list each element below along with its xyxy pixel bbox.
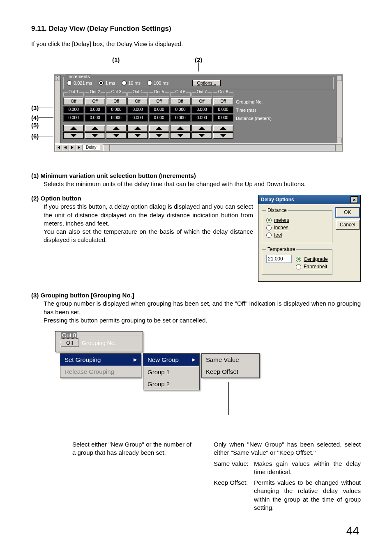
distance-value-7: 0.000 [191, 114, 212, 122]
menu-same-value[interactable]: Same Value [202, 354, 259, 366]
svg-marker-1 [70, 134, 77, 137]
distance-value-5: 0.000 [149, 114, 169, 122]
delay-up-1[interactable] [63, 125, 84, 131]
time-value-5: 0.000 [149, 106, 169, 113]
grouping-button-6[interactable]: Off [170, 98, 191, 105]
delay-up-2[interactable] [85, 125, 105, 131]
out-label-7: Out 7 [196, 90, 208, 94]
kv-key-0: Same Value: [214, 460, 251, 477]
callout-1: (1) [112, 56, 120, 63]
grouping-button-4[interactable]: Off [127, 98, 148, 105]
out-label-4: Out 4 [132, 90, 143, 94]
tab-nav-first[interactable] [55, 144, 62, 151]
tab-nav-prev[interactable] [62, 144, 69, 151]
delay-up-7[interactable] [191, 125, 212, 131]
grouping-button-1[interactable]: Off [63, 98, 84, 105]
context-menu-2: New Group ▶ Group 1 Group 2 [143, 353, 200, 390]
distance-option-feet[interactable]: feet [266, 232, 328, 238]
delay-down-6[interactable] [170, 132, 191, 139]
item1-heading: (1) Minimum variation unit selection but… [31, 172, 361, 179]
delay-up-5[interactable] [149, 125, 169, 131]
menu-keep-offset[interactable]: Keep Offset [202, 366, 259, 378]
item3-heading: (3) Grouping button [Grouping No.] [31, 292, 361, 299]
increment-option-2[interactable]: 10 ms [122, 81, 141, 85]
increment-option-3[interactable]: 100 ms [147, 81, 168, 85]
distance-option-inches[interactable]: inches [266, 225, 328, 230]
grouping-button-7[interactable]: Off [191, 98, 212, 105]
scrollbar-up[interactable] [337, 75, 342, 81]
context-menu-1: Set Grouping ▶ Release Grouping [60, 353, 141, 378]
menu-set-grouping[interactable]: Set Grouping ▶ [60, 354, 141, 366]
out-label-6: Out 6 [175, 90, 186, 94]
temperature-input[interactable]: 21.000 [266, 255, 292, 263]
hscroll-track[interactable] [110, 144, 335, 151]
annot-left-text: Select either "New Group" or the number … [72, 440, 191, 457]
svg-marker-7 [134, 134, 141, 137]
section-heading: 9.11. Delay View (Delay Function Setting… [31, 25, 361, 33]
tab-delay[interactable]: Delay [82, 145, 100, 150]
temperature-legend: Temperature [266, 246, 296, 252]
delay-up-8[interactable] [213, 125, 233, 131]
svg-marker-14 [220, 127, 226, 130]
svg-marker-8 [156, 127, 162, 130]
increment-option-0[interactable]: 0.021 ms [67, 81, 92, 85]
cancel-button[interactable]: Cancel [336, 220, 360, 230]
callout-5: (5) [31, 122, 39, 129]
out-label-2: Out 2 [89, 90, 101, 94]
grouping-button-2[interactable]: Off [85, 98, 105, 105]
grouping-button-8[interactable]: Off [213, 98, 233, 105]
increment-option-1[interactable]: 1 ms [99, 81, 115, 85]
svg-marker-6 [134, 127, 141, 130]
delay-down-3[interactable] [106, 132, 127, 139]
grouping-button-5[interactable]: Off [149, 98, 169, 105]
dock-handle[interactable]: ×▫ [55, 75, 60, 81]
svg-marker-11 [177, 134, 184, 137]
delay-options-dialog: Delay Options ✕ Distance meters inches [258, 195, 361, 282]
delay-up-4[interactable] [127, 125, 148, 131]
time-value-1: 0.000 [63, 106, 84, 113]
increments-legend: Increments [66, 74, 91, 79]
menu-group-1[interactable]: Group 1 [143, 366, 199, 378]
ok-button[interactable]: OK [336, 207, 360, 217]
svg-marker-10 [177, 127, 184, 130]
delay-view-figure: (1) (2) (3) (4) (5) (6) ×▫ [31, 56, 361, 152]
hscroll-right[interactable] [335, 144, 342, 151]
delay-down-7[interactable] [191, 132, 212, 139]
delay-down-4[interactable] [127, 132, 148, 139]
tab-nav-next[interactable] [69, 144, 76, 151]
svg-marker-4 [113, 127, 120, 130]
svg-marker-15 [220, 134, 226, 137]
submenu-arrow-icon: ▶ [192, 357, 195, 362]
menu-new-group[interactable]: New Group ▶ [143, 354, 199, 366]
item3-body-2: Pressing this button permits grouping to… [44, 316, 361, 325]
time-value-4: 0.000 [127, 106, 148, 113]
grouping-button-3[interactable]: Off [106, 98, 127, 105]
page-number: 44 [31, 524, 361, 537]
temp-option-centigrade[interactable]: Centigrade [296, 256, 328, 262]
scrollbar-down[interactable] [337, 138, 342, 143]
menu-group-2[interactable]: Group 2 [143, 378, 199, 390]
out8-grouping-label: Grouping No. [82, 340, 116, 346]
svg-marker-5 [113, 134, 120, 137]
menu-release-grouping[interactable]: Release Grouping [60, 366, 141, 378]
distance-value-4: 0.000 [127, 114, 148, 122]
dialog-close-button[interactable]: ✕ [350, 196, 358, 203]
delay-down-5[interactable] [149, 132, 169, 139]
kv-val-0: Makes gain values within the delay time … [254, 460, 361, 477]
delay-up-3[interactable] [106, 125, 127, 131]
kv-key-1: Keep Offset: [214, 479, 251, 512]
delay-down-2[interactable] [85, 132, 105, 139]
out8-off-button[interactable]: Off [60, 339, 79, 347]
delay-up-6[interactable] [170, 125, 191, 131]
distance-option-meters[interactable]: meters [266, 217, 328, 223]
delay-down-1[interactable] [63, 132, 84, 139]
increment-label-2: 10 ms [128, 81, 141, 85]
options-button[interactable]: Options... [192, 80, 221, 86]
svg-marker-0 [70, 127, 77, 130]
hscroll-left[interactable] [103, 144, 110, 151]
item3-body-1: The group number is displayed when group… [44, 299, 361, 316]
increment-label-1: 1 ms [105, 81, 115, 85]
delay-down-8[interactable] [213, 132, 233, 139]
menu-set-grouping-label: Set Grouping [65, 356, 101, 363]
temp-option-fahrenheit[interactable]: Fahrenheit [296, 264, 328, 269]
